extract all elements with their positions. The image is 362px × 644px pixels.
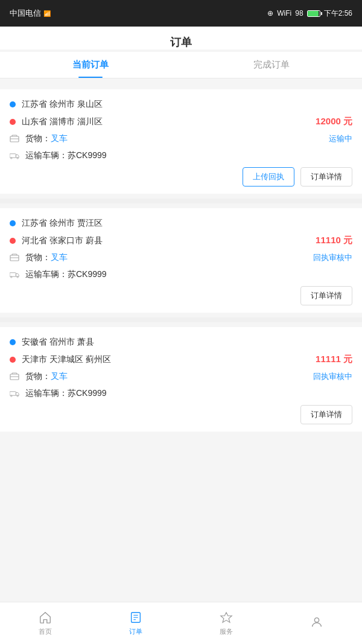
service-icon [219, 610, 233, 625]
upload-receipt-button[interactable]: 上传回执 [243, 167, 294, 187]
goods-icon [10, 134, 19, 144]
order1-goods-label: 货物：叉车 [25, 133, 329, 144]
order2-price: 11110 元 [316, 235, 352, 246]
order3-goods-label: 货物：叉车 [25, 371, 313, 382]
from-dot-icon [10, 339, 16, 345]
order1-detail-button[interactable]: 订单详情 [300, 167, 352, 187]
status-bar: 中国电信 📶 ⊕ WiFi 98 下午2:56 [0, 0, 362, 27]
order2-actions: 订单详情 [10, 286, 352, 305]
order1-from-row: 江苏省 徐州市 泉山区 [10, 99, 352, 110]
order3-vehicle-row: 运输车辆：苏CK9999 [10, 388, 352, 399]
svg-rect-2 [10, 154, 16, 158]
status-carrier: 中国电信 📶 [10, 8, 51, 19]
bottom-spacer [0, 436, 362, 485]
order3-vehicle-label: 运输车辆：苏CK9999 [25, 388, 352, 399]
truck-icon [10, 151, 19, 161]
order1-to: 山东省 淄博市 淄川区 [22, 116, 316, 127]
svg-point-20 [314, 617, 319, 622]
nav-service-label: 服务 [220, 627, 233, 636]
order1-price: 12000 元 [316, 116, 352, 127]
truck-icon [10, 389, 19, 398]
svg-point-4 [17, 158, 18, 159]
home-icon [38, 610, 52, 625]
nav-orders[interactable]: 订单 [91, 607, 181, 640]
profile-icon [310, 615, 324, 630]
svg-point-9 [17, 276, 18, 278]
order2-to-row: 河北省 张家口市 蔚县 11110 元 [10, 235, 352, 246]
divider-1 [0, 199, 362, 203]
nav-home-label: 首页 [39, 627, 52, 636]
svg-marker-19 [221, 613, 232, 623]
page-header: 订单 [0, 27, 362, 49]
order1-goods-row: 货物：叉车 运输中 [10, 133, 352, 144]
page-title: 订单 [170, 36, 192, 48]
order1-actions: 上传回执 订单详情 [10, 167, 352, 187]
order1-from: 江苏省 徐州市 泉山区 [22, 99, 352, 110]
order3-price: 11111 元 [316, 354, 352, 365]
order1-to-row: 山东省 淄博市 淄川区 12000 元 [10, 116, 352, 127]
order3-detail-button[interactable]: 订单详情 [300, 405, 352, 424]
order2-to: 河北省 张家口市 蔚县 [22, 235, 316, 246]
divider-2 [0, 317, 362, 322]
goods-icon [10, 372, 19, 381]
order3-from-row: 安徽省 宿州市 萧县 [10, 337, 352, 348]
order-card-3: 安徽省 宿州市 萧县 天津市 天津城区 蓟州区 11111 元 货物：叉车 回执… [0, 327, 362, 432]
order2-status: 回执审核中 [313, 252, 352, 263]
order-list: 江苏省 徐州市 泉山区 山东省 淄博市 淄川区 12000 元 货物：叉车 运输… [0, 78, 362, 491]
order2-goods-row: 货物：叉车 回执审核中 [10, 252, 352, 263]
order3-to: 天津市 天津城区 蓟州区 [22, 354, 316, 365]
tab-bar: 当前订单 完成订单 [0, 52, 362, 78]
location-icon: ⊕ [267, 9, 273, 18]
order2-detail-button[interactable]: 订单详情 [300, 286, 352, 305]
order2-goods-label: 货物：叉车 [25, 252, 313, 263]
svg-rect-7 [10, 273, 16, 276]
battery-text: 98 [295, 9, 303, 18]
order3-from: 安徽省 宿州市 萧县 [22, 337, 352, 348]
status-right: ⊕ WiFi 98 下午2:56 [267, 8, 352, 19]
order3-status: 回执审核中 [313, 371, 352, 382]
order2-vehicle-label: 运输车辆：苏CK9999 [25, 269, 352, 280]
battery-icon [307, 10, 320, 17]
goods-icon [10, 253, 19, 263]
svg-point-3 [11, 158, 12, 159]
from-dot-icon [10, 101, 16, 107]
nav-profile[interactable] [272, 611, 362, 636]
nav-service[interactable]: 服务 [181, 607, 272, 640]
order3-goods-row: 货物：叉车 回执审核中 [10, 371, 352, 382]
to-dot-icon [10, 119, 16, 125]
truck-icon [10, 270, 19, 279]
to-dot-icon [10, 238, 16, 244]
order-card-2: 江苏省 徐州市 贾汪区 河北省 张家口市 蔚县 11110 元 货物：叉车 回执… [0, 208, 362, 313]
order2-vehicle-row: 运输车辆：苏CK9999 [10, 269, 352, 280]
order1-vehicle-row: 运输车辆：苏CK9999 [10, 150, 352, 161]
order3-to-row: 天津市 天津城区 蓟州区 11111 元 [10, 354, 352, 365]
tab-current-orders[interactable]: 当前订单 [0, 52, 181, 78]
orders-icon [129, 610, 143, 625]
signal-icon: 📶 [43, 10, 51, 17]
order3-actions: 订单详情 [10, 405, 352, 424]
time-text: 下午2:56 [324, 8, 352, 19]
carrier-text: 中国电信 [10, 8, 41, 19]
order-card-1: 江苏省 徐州市 泉山区 山东省 淄博市 淄川区 12000 元 货物：叉车 运输… [0, 89, 362, 194]
svg-point-14 [17, 395, 18, 397]
order1-status: 运输中 [329, 133, 352, 144]
svg-point-13 [11, 395, 12, 397]
svg-point-8 [11, 276, 12, 278]
wifi-icon: WiFi [277, 9, 291, 18]
to-dot-icon [10, 357, 16, 363]
svg-rect-12 [10, 392, 16, 395]
bottom-nav: 首页 订单 服务 [0, 602, 362, 644]
order2-from-row: 江苏省 徐州市 贾汪区 [10, 218, 352, 229]
tab-done-orders[interactable]: 完成订单 [181, 52, 362, 78]
from-dot-icon [10, 220, 16, 226]
order1-vehicle-label: 运输车辆：苏CK9999 [25, 150, 352, 161]
order2-from: 江苏省 徐州市 贾汪区 [22, 218, 352, 229]
nav-home[interactable]: 首页 [0, 607, 91, 640]
nav-orders-label: 订单 [129, 627, 142, 636]
